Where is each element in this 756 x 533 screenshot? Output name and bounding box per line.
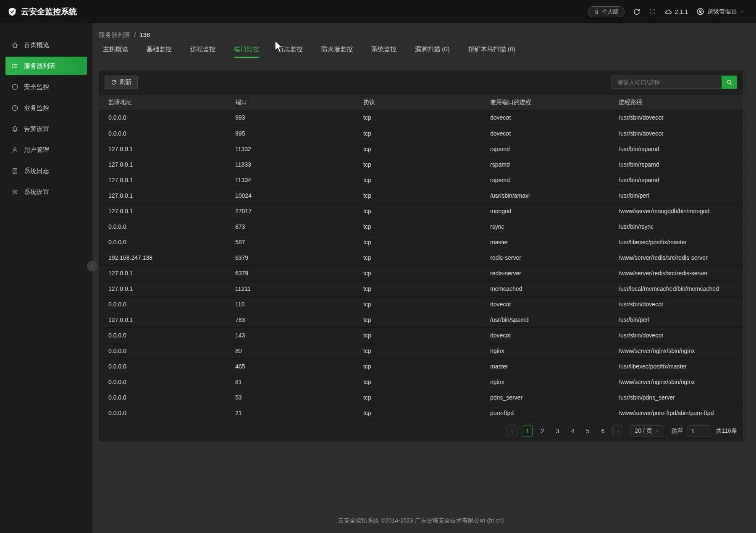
user-menu[interactable]: 超级管理员 (696, 8, 744, 16)
cell-port: 80 (226, 343, 354, 358)
refresh-button[interactable]: 刷新 (105, 76, 138, 89)
table-body: 0.0.0.0 993 tcp dovecot /usr/sbin/doveco… (99, 110, 743, 421)
sidebar-item-servers[interactable]: 服务器列表 (5, 57, 87, 75)
table-row: 0.0.0.0 587 tcp master /usr/libexec/post… (99, 234, 743, 250)
page-button-4[interactable]: 4 (567, 426, 578, 436)
edition-badge-label: 个人版 (602, 8, 619, 16)
search-button[interactable] (722, 76, 737, 89)
sidebar-item-settings[interactable]: 系统设置 (5, 183, 87, 201)
cell-listen-address: 127.0.0.1 (99, 203, 226, 219)
cell-listen-address: 0.0.0.0 (99, 125, 226, 141)
sidebar: 首页概览 服务器列表 安全监控 业务监控 告警设置 用户管理 (0, 23, 92, 533)
page-button-1[interactable]: 1 (522, 426, 533, 436)
cell-process: rspamd (480, 157, 609, 172)
table-row: 127.0.0.1 783 tcp /usr/bin/spamd /usr/bi… (99, 312, 743, 327)
tab-process-monitor[interactable]: 进程监控 (190, 45, 215, 58)
tab-firewall-monitor[interactable]: 防火墙监控 (321, 45, 353, 58)
fullscreen-button[interactable] (649, 8, 656, 15)
table-row: 127.0.0.1 11334 tcp rspamd /usr/bin/rspa… (99, 172, 743, 188)
cell-process: nginx (480, 343, 609, 358)
cell-process: master (480, 358, 609, 374)
cell-protocol: tcp (354, 234, 480, 250)
top-header: 云安全监控系统 个人版 2.1.1 (0, 0, 756, 23)
table-row: 127.0.0.1 6379 tcp redis-server /www/ser… (99, 265, 743, 281)
sidebar-item-label: 系统设置 (24, 188, 49, 196)
cell-process: nginx (480, 374, 609, 389)
cell-process-path: /usr/sbin/dovecot (609, 296, 743, 312)
prev-page-button[interactable] (507, 426, 517, 436)
document-icon (11, 167, 18, 175)
sidebar-collapse-button[interactable] (87, 261, 98, 272)
app-title: 云安全监控系统 (21, 6, 77, 17)
page-size-select[interactable]: 20 / 页 (630, 425, 664, 437)
cell-port: 53 (226, 389, 354, 405)
cell-process-path: /usr/sbin/pdns_server (609, 389, 743, 405)
page-button-5[interactable]: 5 (582, 426, 593, 436)
cell-listen-address: 0.0.0.0 (99, 358, 226, 374)
cell-protocol: tcp (354, 405, 480, 421)
version-button[interactable]: 2.1.1 (664, 8, 688, 16)
shield-icon (11, 84, 18, 91)
pagination: 1 2 3 4 5 6 20 / 页 跳至 (99, 421, 743, 442)
table-row: 127.0.0.1 27017 tcp mongod /www/server/m… (99, 203, 743, 219)
header-refresh-button[interactable] (633, 8, 640, 16)
gauge-icon (11, 105, 18, 112)
sidebar-item-overview[interactable]: 首页概览 (5, 36, 87, 54)
column-header-process: 使用端口的进程 (480, 95, 609, 110)
cell-process-path: /usr/libexec/postfix/master (609, 358, 743, 374)
tab-mining-scan[interactable]: 挖矿木马扫描 (0) (468, 45, 516, 58)
sidebar-item-users[interactable]: 用户管理 (5, 141, 87, 159)
main-content: 服务器列表 / 138 主机概览 基础监控 进程监控 端口监控 日志监控 防火墙… (92, 23, 756, 533)
page-button-6[interactable]: 6 (597, 426, 608, 436)
cell-process-path: /usr/bin/rspamd (609, 141, 743, 157)
page-button-2[interactable]: 2 (537, 426, 548, 436)
tab-port-monitor[interactable]: 端口监控 (234, 45, 259, 58)
tab-system-monitor[interactable]: 系统监控 (371, 45, 396, 58)
tab-host-overview[interactable]: 主机概览 (103, 45, 128, 58)
cell-process-path: /www/server/nginx/sbin/nginx (609, 343, 743, 358)
cell-process-path: /usr/bin/rsync (609, 219, 743, 234)
sidebar-item-label: 系统日志 (24, 167, 49, 175)
cell-port: 873 (226, 219, 354, 234)
cell-process: rspamd (480, 141, 609, 157)
cell-listen-address: 0.0.0.0 (99, 110, 226, 125)
cell-process-path: /www/server/pure-ftpd/sbin/pure-ftpd (609, 405, 743, 421)
sidebar-item-label: 安全监控 (24, 83, 49, 91)
chevron-down-icon (740, 9, 744, 14)
cell-process-path: /usr/sbin/dovecot (609, 125, 743, 141)
cell-protocol: tcp (354, 157, 480, 172)
cell-protocol: tcp (354, 265, 480, 281)
jump-page-input[interactable] (688, 425, 711, 437)
next-page-button[interactable] (612, 426, 623, 436)
tab-log-monitor[interactable]: 日志监控 (278, 45, 303, 58)
header-actions: 个人版 2.1.1 超级管理员 (588, 6, 744, 17)
cell-listen-address: 0.0.0.0 (99, 327, 226, 343)
cell-port: 110 (226, 296, 354, 312)
cell-port: 11332 (226, 141, 354, 157)
breadcrumb-separator: / (134, 31, 136, 39)
tab-vuln-scan[interactable]: 漏洞扫描 (0) (415, 45, 450, 58)
search-input[interactable] (612, 76, 722, 89)
footer-text: 云安全监控系统 ©2014-2023 广东堡塔安全技术有限公司 (bt.cn) (99, 517, 743, 533)
cell-listen-address: 0.0.0.0 (99, 374, 226, 389)
table-row: 192.168.247.138 6379 tcp redis-server /w… (99, 250, 743, 265)
page-button-3[interactable]: 3 (552, 426, 563, 436)
sidebar-item-business[interactable]: 业务监控 (5, 99, 87, 117)
cell-listen-address: 127.0.0.1 (99, 172, 226, 188)
user-avatar-icon (696, 8, 704, 16)
cell-process: rspamd (480, 172, 609, 188)
cell-port: 143 (226, 327, 354, 343)
breadcrumb-section[interactable]: 服务器列表 (99, 31, 130, 39)
table-row: 0.0.0.0 143 tcp dovecot /usr/sbin/doveco… (99, 327, 743, 343)
cell-process: dovecot (480, 327, 609, 343)
cell-protocol: tcp (354, 327, 480, 343)
cell-protocol: tcp (354, 188, 480, 203)
tab-base-monitor[interactable]: 基础监控 (147, 45, 172, 58)
list-icon (11, 63, 18, 70)
sidebar-item-logs[interactable]: 系统日志 (5, 162, 87, 180)
cell-protocol: tcp (354, 141, 480, 157)
app-root: 云安全监控系统 个人版 2.1.1 (0, 0, 756, 533)
sidebar-item-alerts[interactable]: 告警设置 (5, 120, 87, 138)
sidebar-item-security[interactable]: 安全监控 (5, 78, 87, 96)
edition-badge[interactable]: 个人版 (588, 6, 625, 17)
